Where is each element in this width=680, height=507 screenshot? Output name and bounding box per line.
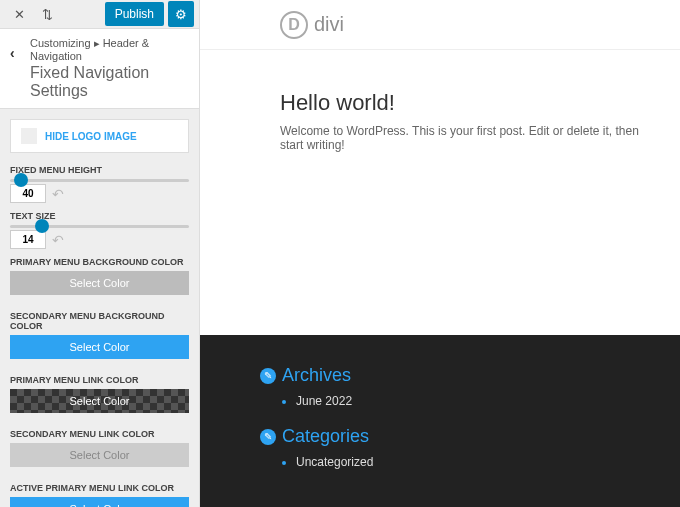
hide-logo-label: HIDE LOGO IMAGE <box>45 131 137 142</box>
archives-heading: ✎ Archives <box>260 365 650 386</box>
secondary-bg-label: SECONDARY MENU BACKGROUND COLOR <box>10 311 189 331</box>
secondary-bg-color-button[interactable]: Select Color <box>10 335 189 359</box>
gear-icon: ⚙ <box>175 7 187 22</box>
reset-button[interactable]: ↶ <box>52 186 64 202</box>
primary-link-label: PRIMARY MENU LINK COLOR <box>10 375 189 385</box>
fixed-height-label: FIXED MENU HEIGHT <box>10 165 189 175</box>
logo-icon: D <box>280 11 308 39</box>
close-icon: ✕ <box>14 7 25 22</box>
publish-button[interactable]: Publish <box>105 2 164 26</box>
back-button[interactable]: ‹ <box>10 45 24 61</box>
controls-panel: HIDE LOGO IMAGE FIXED MENU HEIGHT ↶ TEXT… <box>0 109 199 507</box>
breadcrumb-row: ‹ Customizing ▸ Header & Navigation Fixe… <box>0 29 199 109</box>
reset-button[interactable]: ↶ <box>52 232 64 248</box>
slider-thumb[interactable] <box>35 219 49 233</box>
hide-logo-toggle[interactable]: HIDE LOGO IMAGE <box>10 119 189 153</box>
undo-icon: ↶ <box>52 186 64 202</box>
section-title: Fixed Navigation Settings <box>30 64 189 100</box>
swap-icon: ⇅ <box>42 7 53 22</box>
checkbox-icon <box>21 128 37 144</box>
brand-text: divi <box>314 13 344 36</box>
chevron-left-icon: ‹ <box>10 45 15 61</box>
customizer-topbar: ✕ ⇅ Publish ⚙ <box>0 0 199 29</box>
pencil-icon: ✎ <box>260 368 276 384</box>
active-link-color-button[interactable]: Select Color <box>10 497 189 507</box>
primary-bg-color-button[interactable]: Select Color <box>10 271 189 295</box>
device-toggle-button[interactable]: ⇅ <box>33 0 61 28</box>
categories-heading-text: Categories <box>282 426 369 447</box>
breadcrumb: Customizing ▸ Header & Navigation <box>30 37 189 62</box>
categories-list: Uncategorized <box>260 455 650 469</box>
archives-list: June 2022 <box>260 394 650 408</box>
active-link-label: ACTIVE PRIMARY MENU LINK COLOR <box>10 483 189 493</box>
pencil-icon: ✎ <box>260 429 276 445</box>
site-logo[interactable]: D divi <box>280 11 344 39</box>
list-item[interactable]: June 2022 <box>296 394 650 408</box>
categories-heading: ✎ Categories <box>260 426 650 447</box>
slider-thumb[interactable] <box>14 173 28 187</box>
post-body: Welcome to WordPress. This is your first… <box>280 124 650 152</box>
post-title[interactable]: Hello world! <box>280 90 650 116</box>
archives-heading-text: Archives <box>282 365 351 386</box>
primary-bg-label: PRIMARY MENU BACKGROUND COLOR <box>10 257 189 267</box>
preview-pane: D divi Hello world! Welcome to WordPress… <box>200 0 680 507</box>
text-size-slider[interactable] <box>10 225 189 228</box>
fixed-height-input[interactable] <box>10 184 46 203</box>
preview-content: Hello world! Welcome to WordPress. This … <box>200 50 680 335</box>
preview-header: D divi <box>200 0 680 50</box>
preview-footer: ✎ Archives June 2022 ✎ Categories Uncate… <box>200 335 680 507</box>
fixed-height-slider[interactable] <box>10 179 189 182</box>
customizer-sidebar: ✕ ⇅ Publish ⚙ ‹ Customizing ▸ Header & N… <box>0 0 200 507</box>
undo-icon: ↶ <box>52 232 64 248</box>
close-button[interactable]: ✕ <box>5 0 33 28</box>
secondary-link-color-button[interactable]: Select Color <box>10 443 189 467</box>
settings-button[interactable]: ⚙ <box>168 1 194 27</box>
list-item[interactable]: Uncategorized <box>296 455 650 469</box>
primary-link-color-button[interactable]: Select Color <box>10 389 189 413</box>
secondary-link-label: SECONDARY MENU LINK COLOR <box>10 429 189 439</box>
